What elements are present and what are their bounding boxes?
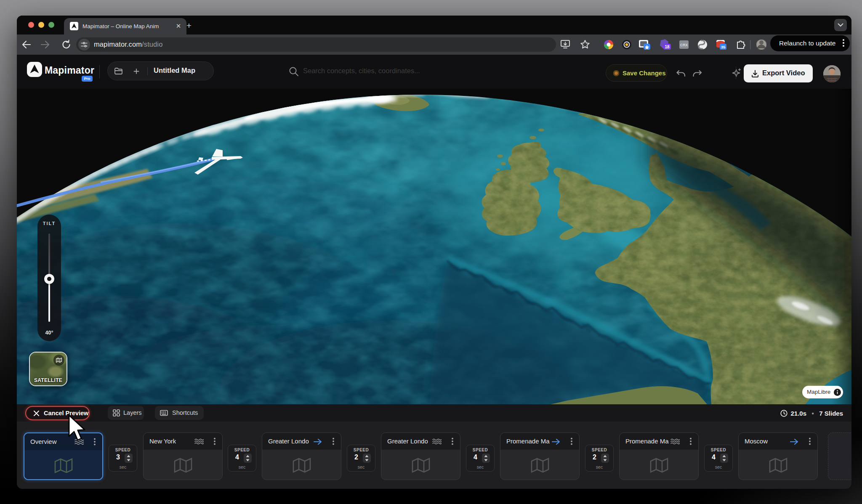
- svg-text:35: 35: [721, 45, 726, 49]
- svg-text:18: 18: [665, 45, 670, 49]
- svg-text:CRX: CRX: [680, 43, 688, 47]
